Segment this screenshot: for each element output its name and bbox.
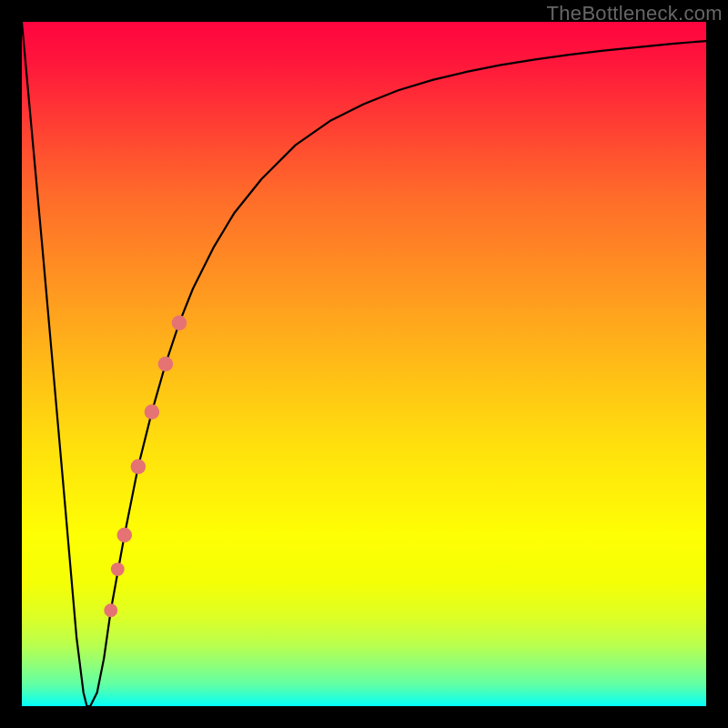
- chart-stage: TheBottleneck.com: [0, 0, 728, 728]
- dot-lower: [111, 562, 125, 576]
- segment-end: [172, 316, 187, 331]
- dot-lowest: [104, 603, 117, 617]
- marker-group: [104, 316, 187, 618]
- watermark-text: TheBottleneck.com: [547, 2, 723, 25]
- segment-mid1: [131, 460, 147, 475]
- segment-mid3: [158, 357, 174, 372]
- chart-svg: [22, 22, 706, 706]
- bottleneck-curve: [22, 22, 706, 706]
- segment-mid2: [145, 404, 160, 420]
- segment-start: [117, 528, 133, 543]
